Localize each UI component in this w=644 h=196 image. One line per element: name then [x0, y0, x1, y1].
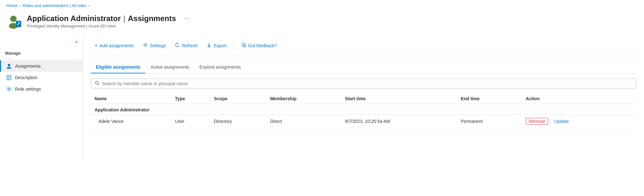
table-header-row: Name Type Scope Membership Start time En… — [91, 94, 636, 104]
action-cell: Remove | Update — [526, 118, 632, 125]
role-icon — [6, 14, 22, 29]
content-area: + Add assignments Settings — [83, 34, 644, 162]
description-icon — [6, 75, 12, 80]
add-assignments-button[interactable]: + Add assignments — [91, 41, 138, 50]
tab-eligible-assignments[interactable]: Eligible assignments — [91, 61, 145, 73]
sidebar-item-description-label: Description — [15, 75, 37, 80]
svg-point-3 — [8, 64, 10, 66]
breadcrumb-home[interactable]: Home — [6, 3, 18, 8]
data-table: Name Type Scope Membership Start time En… — [91, 94, 636, 128]
page-subtitle: Privileged Identity Management | Azure A… — [27, 24, 193, 28]
page-header: Application Administrator | Assignments … — [0, 11, 644, 34]
tabs: Eligible assignments Active assignments … — [91, 61, 636, 73]
col-action: Action — [522, 94, 636, 104]
col-membership: Membership — [266, 94, 341, 104]
toolbar: + Add assignments Settings — [91, 38, 636, 56]
search-input[interactable] — [102, 81, 632, 86]
sidebar-item-role-settings[interactable]: Role settings — [0, 83, 83, 95]
gear-icon — [143, 42, 148, 49]
breadcrumb-sep1: › — [19, 4, 21, 8]
col-end-time: End time — [457, 94, 522, 104]
cell-scope: Directory — [210, 115, 267, 128]
breadcrumb: Home › Roles and administrators | All ro… — [0, 0, 644, 11]
svg-point-11 — [144, 44, 146, 46]
sidebar-item-role-settings-label: Role settings — [15, 87, 41, 92]
refresh-icon — [175, 42, 180, 49]
svg-line-20 — [98, 84, 99, 85]
sidebar-item-description[interactable]: Description — [0, 72, 83, 83]
sidebar-section-label: Manage — [0, 48, 83, 57]
col-type: Type — [171, 94, 210, 104]
cell-name[interactable]: Adele Vance — [91, 115, 171, 128]
export-button[interactable]: Export — [203, 41, 230, 51]
feedback-button[interactable]: Got feedback? — [237, 41, 281, 51]
export-icon — [206, 42, 212, 49]
tab-expired-assignments[interactable]: Expired assignments — [194, 61, 246, 73]
cell-membership: Direct — [266, 115, 341, 128]
col-scope: Scope — [210, 94, 267, 104]
sidebar-divider — [5, 59, 78, 59]
cell-end-time: Permanent — [457, 115, 522, 128]
cell-type: User — [171, 115, 210, 128]
svg-point-0 — [10, 16, 17, 22]
feedback-icon — [241, 42, 246, 49]
group-label: Application Administrator — [91, 104, 636, 115]
cell-start-time: 9/7/2023, 10:25:54 AM — [341, 115, 457, 128]
cell-action: Remove | Update — [522, 115, 636, 128]
main-layout: « Manage Assignments — [0, 34, 644, 162]
toolbar-separator — [234, 42, 234, 49]
table-row: Adele Vance User Directory Direct 9/7/20… — [91, 115, 636, 128]
update-button[interactable]: Update — [553, 118, 570, 124]
more-options-button[interactable]: ··· — [181, 14, 193, 23]
page-title: Application Administrator | Assignments … — [27, 14, 193, 23]
assignments-icon — [6, 63, 12, 69]
page-header-text: Application Administrator | Assignments … — [27, 14, 193, 28]
sidebar-collapse-area: « — [0, 37, 83, 48]
table-group-row: Application Administrator — [91, 104, 636, 115]
add-icon: + — [95, 43, 97, 49]
action-separator: | — [550, 119, 551, 124]
breadcrumb-roles[interactable]: Roles and administrators | All roles — [23, 3, 87, 8]
refresh-button[interactable]: Refresh — [171, 41, 201, 51]
col-start-time: Start time — [341, 94, 457, 104]
breadcrumb-sep2: › — [89, 4, 90, 8]
tab-active-assignments[interactable]: Active assignments — [145, 61, 194, 73]
settings-button[interactable]: Settings — [139, 41, 170, 51]
settings-icon — [6, 86, 12, 92]
remove-button[interactable]: Remove — [526, 118, 548, 125]
search-bar — [91, 79, 636, 88]
collapse-sidebar-button[interactable]: « — [74, 38, 79, 46]
search-icon — [95, 81, 99, 86]
svg-point-10 — [8, 88, 10, 90]
sidebar-item-assignments[interactable]: Assignments — [0, 60, 83, 72]
sidebar: « Manage Assignments — [0, 34, 83, 162]
sidebar-item-assignments-label: Assignments — [15, 64, 41, 69]
col-name: Name — [91, 94, 171, 104]
